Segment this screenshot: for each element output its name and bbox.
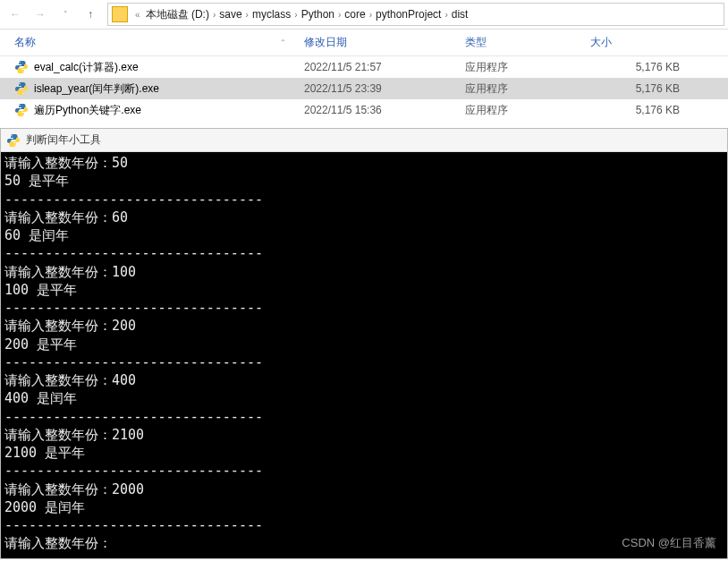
- console-separator: --------------------------------: [4, 516, 724, 534]
- breadcrumb-item[interactable]: pythonProject: [374, 8, 443, 21]
- console-separator: --------------------------------: [4, 191, 724, 208]
- back-button[interactable]: ←: [4, 3, 27, 26]
- breadcrumb-item[interactable]: 本地磁盘 (D:): [144, 8, 211, 21]
- chevron-right-icon: ›: [338, 10, 341, 20]
- console-line: 400 是闰年: [4, 389, 724, 407]
- console-line: 请输入整数年份：200: [4, 317, 724, 335]
- svg-point-6: [11, 135, 12, 136]
- python-icon: [14, 103, 29, 117]
- svg-point-5: [22, 115, 23, 115]
- breadcrumb-item[interactable]: core: [343, 8, 367, 21]
- sort-indicator-icon: ⌃: [280, 38, 286, 47]
- svg-point-2: [19, 83, 20, 84]
- file-type: 应用程序: [465, 60, 590, 75]
- console-output[interactable]: 请输入整数年份：5050 是平年------------------------…: [1, 152, 727, 558]
- file-date: 2022/11/5 23:39: [304, 82, 465, 95]
- chevron-right-icon: ›: [213, 10, 216, 20]
- chevron-right-icon: ›: [294, 10, 297, 20]
- explorer-window: ← → ˅ ↑ « 本地磁盘 (D:)›save›myclass›Python›…: [0, 0, 728, 30]
- breadcrumb-prefix: «: [135, 10, 140, 20]
- file-size: 5,176 KB: [590, 61, 698, 73]
- file-name: eval_calc(计算器).exe: [34, 60, 139, 75]
- recent-dropdown[interactable]: ˅: [54, 3, 77, 26]
- svg-point-4: [19, 105, 20, 106]
- python-icon: [6, 133, 21, 148]
- header-size[interactable]: 大小: [590, 35, 698, 50]
- console-line: 50 是平年: [4, 172, 724, 190]
- console-line: 请输入整数年份：2100: [4, 426, 724, 444]
- file-size: 5,176 KB: [590, 104, 698, 116]
- console-line: 2000 是闰年: [4, 498, 724, 516]
- console-line: 请输入整数年份：100: [4, 263, 724, 281]
- svg-point-1: [22, 72, 23, 72]
- console-line: 请输入整数年份：2000: [4, 480, 724, 498]
- console-line: 60 是闰年: [4, 226, 724, 244]
- console-separator: --------------------------------: [4, 244, 724, 262]
- console-line: 请输入整数年份：50: [4, 154, 724, 172]
- watermark-text: CSDN @红目香薰: [622, 535, 716, 551]
- file-type: 应用程序: [465, 103, 590, 118]
- file-date: 2022/11/5 15:36: [304, 104, 465, 116]
- file-row[interactable]: isleap_year(闰年判断).exe2022/11/5 23:39应用程序…: [0, 78, 728, 99]
- header-name[interactable]: 名称 ⌃: [0, 35, 304, 50]
- file-name: 遍历Python关键字.exe: [34, 103, 141, 118]
- console-line: 请输入整数年份：400: [4, 371, 724, 389]
- console-window: 判断闰年小工具 请输入整数年份：5050 是平年----------------…: [0, 128, 728, 559]
- column-headers: 名称 ⌃ 修改日期 类型 大小: [0, 30, 728, 56]
- header-name-label: 名称: [14, 35, 36, 50]
- console-title-text: 判断闰年小工具: [26, 132, 101, 148]
- console-separator: --------------------------------: [4, 408, 724, 426]
- file-type: 应用程序: [465, 81, 590, 97]
- console-prompt: 请输入整数年份：: [4, 534, 724, 552]
- file-row[interactable]: eval_calc(计算器).exe2022/11/5 21:57应用程序5,1…: [0, 56, 728, 78]
- chevron-right-icon: ›: [369, 10, 372, 20]
- console-separator: --------------------------------: [4, 462, 724, 480]
- file-list: eval_calc(计算器).exe2022/11/5 21:57应用程序5,1…: [0, 56, 728, 121]
- chevron-right-icon: ›: [444, 10, 447, 20]
- console-separator: --------------------------------: [4, 353, 724, 371]
- python-icon: [14, 81, 29, 96]
- file-date: 2022/11/5 21:57: [304, 61, 465, 73]
- nav-bar: ← → ˅ ↑ « 本地磁盘 (D:)›save›myclass›Python›…: [0, 0, 728, 29]
- header-date[interactable]: 修改日期: [304, 35, 465, 50]
- forward-button[interactable]: →: [29, 3, 52, 26]
- breadcrumb-item[interactable]: myclass: [250, 8, 292, 21]
- chevron-right-icon: ›: [246, 10, 249, 20]
- file-row[interactable]: 遍历Python关键字.exe2022/11/5 15:36应用程序5,176 …: [0, 99, 728, 121]
- console-line: 200 是平年: [4, 336, 724, 353]
- svg-point-0: [19, 62, 20, 63]
- console-titlebar[interactable]: 判断闰年小工具: [1, 129, 727, 152]
- console-line: 100 是平年: [4, 281, 724, 299]
- file-size: 5,176 KB: [590, 82, 698, 95]
- breadcrumb-item[interactable]: Python: [300, 8, 336, 21]
- folder-icon: [112, 6, 128, 22]
- up-button[interactable]: ↑: [79, 3, 102, 26]
- breadcrumb-item[interactable]: dist: [450, 8, 470, 21]
- file-name: isleap_year(闰年判断).exe: [34, 81, 159, 97]
- breadcrumb[interactable]: « 本地磁盘 (D:)›save›myclass›Python›core›pyt…: [107, 3, 724, 26]
- console-separator: --------------------------------: [4, 299, 724, 317]
- svg-point-7: [14, 144, 15, 145]
- svg-point-3: [22, 93, 23, 94]
- python-icon: [14, 60, 29, 74]
- breadcrumb-item[interactable]: save: [217, 8, 243, 21]
- console-line: 请输入整数年份：60: [4, 208, 724, 226]
- header-type[interactable]: 类型: [465, 35, 590, 50]
- console-line: 2100 是平年: [4, 444, 724, 462]
